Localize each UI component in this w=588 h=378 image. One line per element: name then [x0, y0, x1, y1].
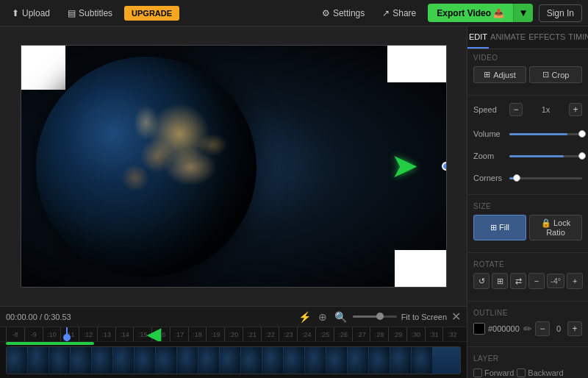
timeline-bar: 00:00.00 / 0:30.53 ⚡ ⊕ 🔍 Fit to Screen ✕: [0, 306, 467, 327]
playhead-dot: [63, 334, 71, 341]
ruler-mark: :26: [334, 327, 352, 342]
rotate-minus-button[interactable]: −: [528, 273, 545, 289]
selection-handle-right[interactable]: [442, 162, 447, 171]
volume-section: Volume: [467, 125, 588, 147]
ruler-mark: :25: [315, 327, 334, 342]
video-controls-row: ⊞ Adjust ⊡ Crop: [473, 66, 582, 83]
outline-section: OUTLINE #000000 ✏ − 0 +: [467, 304, 588, 343]
upload-button[interactable]: ⬆ Upload: [6, 5, 56, 21]
subtitles-button[interactable]: ▤ Subtitles: [62, 5, 118, 21]
corners-thumb[interactable]: [513, 174, 520, 182]
crop-button[interactable]: ⊡ Crop: [529, 66, 582, 83]
share-button[interactable]: ↗ Share: [376, 5, 422, 21]
backward-button[interactable]: Backward: [517, 367, 563, 378]
outline-plus-button[interactable]: +: [567, 321, 582, 336]
export-group: Export Video 📤 ▼: [428, 4, 532, 22]
right-arrow-indicator: ➤: [392, 149, 417, 183]
ruler-mark: :30: [406, 327, 425, 342]
corners-label: Corners: [473, 174, 506, 182]
rotate-grid-button[interactable]: ⊞: [492, 273, 508, 289]
ruler-mark: :32: [442, 327, 461, 342]
white-corner-tr: [387, 46, 446, 82]
outline-minus-button[interactable]: −: [535, 321, 550, 336]
video-track-segment[interactable]: [6, 346, 461, 374]
share-icon: ↗: [382, 8, 390, 18]
backward-checkbox: [517, 368, 526, 377]
video-section: VIDEO ⊞ Adjust ⊡ Crop: [467, 49, 588, 92]
panel-tabs: EDIT ANIMATE EFFECTS TIMING: [467, 26, 588, 49]
top-nav: ⬆ Upload ▤ Subtitles UPGRADE ⚙ Settings …: [0, 0, 588, 26]
playhead-area: -8 -9 :10 :11 :12 :13 :14 :15 :16 :17 :1…: [0, 327, 467, 341]
zoom-slider[interactable]: [353, 315, 397, 318]
divider-2: [467, 194, 588, 195]
ruler-mark: :15: [133, 327, 151, 342]
ruler-mark: :23: [279, 327, 297, 342]
subtitles-icon: ▤: [68, 8, 76, 18]
ruler-mark: :28: [370, 327, 388, 342]
white-corner-br: [395, 250, 446, 287]
split-button[interactable]: ⚡: [297, 310, 312, 324]
zoom-out-button[interactable]: 🔍: [333, 310, 348, 324]
divider-1: [467, 95, 588, 96]
video-canvas: ➤: [21, 45, 447, 288]
lock-ratio-button[interactable]: 🔒 Lock Ratio: [529, 215, 582, 240]
rotate-ccw-button[interactable]: ↺: [473, 273, 490, 289]
signin-button[interactable]: Sign In: [539, 4, 582, 22]
ruler-mark: :22: [261, 327, 279, 342]
outline-row: #000000 ✏ − 0 +: [473, 321, 582, 336]
pipette-icon[interactable]: ✏: [523, 323, 532, 335]
ruler-mark: :12: [79, 327, 97, 342]
rotate-section: ROTATE ↺ ⊞ ⇄ − -4° +: [467, 256, 588, 298]
earth-background: ➤: [21, 46, 446, 287]
playhead-button[interactable]: ⊕: [317, 310, 329, 324]
speed-minus-button[interactable]: −: [509, 103, 523, 116]
ruler-marks: -8 -9 :10 :11 :12 :13 :14 :15 :16 :17 :1…: [6, 327, 461, 342]
speed-plus-button[interactable]: +: [569, 103, 582, 116]
playhead-indicator[interactable]: [66, 327, 68, 341]
tab-effects[interactable]: EFFECTS: [527, 26, 567, 49]
speed-control: − 1x +: [509, 103, 582, 116]
zoom-thumb[interactable]: [578, 152, 586, 160]
speed-label: Speed: [473, 105, 506, 114]
corners-slider[interactable]: [509, 177, 582, 179]
size-row: ⊞ Fill 🔒 Lock Ratio: [473, 215, 582, 240]
gear-icon: ⚙: [322, 8, 330, 18]
upgrade-button[interactable]: UPGRADE: [124, 6, 179, 21]
ruler-mark: :24: [297, 327, 315, 342]
forward-button[interactable]: Forward: [473, 367, 514, 378]
divider-4: [467, 301, 588, 302]
rotate-flip-button[interactable]: ⇄: [510, 273, 526, 289]
fit-screen-button[interactable]: Fit to Screen: [401, 313, 447, 321]
canvas-area[interactable]: ➤: [0, 26, 467, 306]
close-button[interactable]: ✕: [451, 310, 461, 324]
volume-thumb[interactable]: [578, 130, 586, 138]
volume-slider[interactable]: [509, 133, 582, 135]
nav-right: ⚙ Settings ↗ Share Export Video 📤 ▼ Sign…: [316, 4, 582, 22]
volume-fill: [509, 133, 567, 135]
rotate-value: -4°: [547, 274, 564, 288]
adjust-button[interactable]: ⊞ Adjust: [473, 66, 526, 83]
divider-3: [467, 252, 588, 253]
forward-checkbox: [473, 368, 482, 377]
export-caret-button[interactable]: ▼: [513, 4, 532, 22]
export-button[interactable]: Export Video 📤: [428, 4, 513, 22]
ruler-mark: :10: [43, 327, 61, 342]
tab-edit[interactable]: EDIT: [467, 26, 489, 49]
fill-button[interactable]: ⊞ Fill: [473, 215, 526, 240]
volume-row: Volume: [473, 129, 582, 138]
outline-color-swatch[interactable]: [473, 323, 485, 335]
tab-animate[interactable]: ANIMATE: [489, 26, 527, 49]
tab-timing[interactable]: TIMING: [567, 26, 588, 49]
ruler-mark: :17: [170, 327, 188, 342]
corners-row: Corners: [473, 174, 582, 182]
settings-button[interactable]: ⚙ Settings: [316, 5, 370, 21]
ruler-mark: :16: [151, 327, 170, 342]
playback-progress: [6, 342, 94, 345]
ruler-mark: :19: [206, 327, 224, 342]
upload-icon: ⬆: [12, 8, 19, 18]
zoom-row: Zoom: [473, 151, 582, 160]
rotate-plus-button[interactable]: +: [567, 273, 583, 289]
video-track-inner: [0, 342, 467, 378]
zoom-slider-panel[interactable]: [509, 155, 582, 157]
ruler-mark: :27: [352, 327, 370, 342]
